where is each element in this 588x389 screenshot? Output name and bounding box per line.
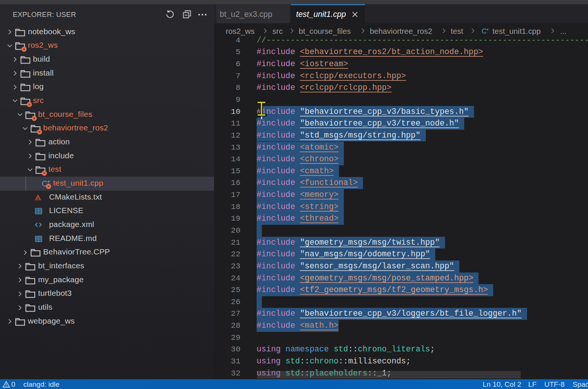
svg-text:C: C [482,27,486,35]
